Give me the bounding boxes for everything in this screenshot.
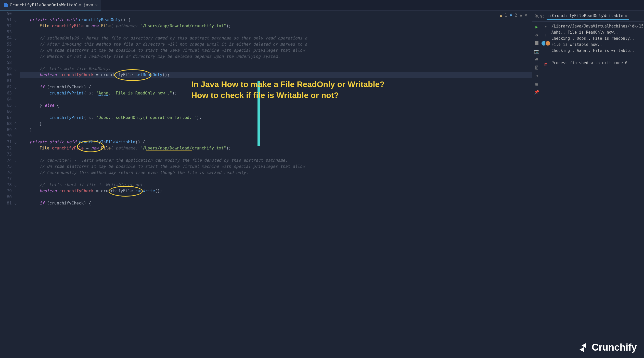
line-number: 57: [0, 53, 12, 60]
run-toolbar-right: ↑ ↓ 🗑: [541, 22, 550, 358]
layout-icon[interactable]: ▦: [534, 81, 539, 86]
exit-icon[interactable]: ⎋: [534, 73, 539, 78]
fold-marker[interactable]: [14, 41, 20, 47]
avatar-icon: [545, 40, 551, 46]
fold-marker[interactable]: [14, 108, 20, 115]
line-number: 56: [0, 47, 12, 53]
fold-marker[interactable]: [14, 188, 20, 194]
fold-marker[interactable]: [14, 115, 20, 121]
line-number: 77: [0, 176, 12, 182]
line-number: 67: [0, 115, 12, 121]
run-header: Run: ▢ CrunchifyFileReadOnlyWritable ×: [532, 11, 644, 22]
fold-marker[interactable]: [14, 72, 20, 78]
overlay-title: In Java How to make a File ReadOnly or W…: [191, 79, 385, 101]
fold-marker[interactable]: [14, 60, 20, 66]
editor-tab[interactable]: CrunchifyFileReadOnlyWritable.java ×: [0, 0, 101, 10]
fold-marker[interactable]: [14, 47, 20, 53]
console-line: File is writable now..: [551, 42, 643, 48]
console-output[interactable]: /Library/Java/JavaVirtualMachines/jdk-15…: [550, 22, 644, 358]
line-number: 78: [0, 182, 12, 188]
overlay-line1: In Java How to make a File ReadOnly or W…: [191, 79, 385, 90]
code-line: }: [20, 127, 532, 133]
code-line: // setReadOnly90 - Marks the file or dir…: [20, 35, 532, 41]
fold-marker[interactable]: [14, 133, 20, 139]
highlight-underline: [146, 150, 192, 150]
fold-marker[interactable]: [14, 96, 20, 102]
stop-icon[interactable]: [534, 40, 539, 46]
fold-marker[interactable]: ⌄: [14, 200, 20, 206]
trash-icon[interactable]: 🗑: [543, 62, 548, 67]
fold-marker[interactable]: [14, 194, 20, 200]
code-line: } else {: [20, 102, 532, 108]
line-number: 80: [0, 194, 12, 200]
fold-marker[interactable]: [14, 90, 20, 96]
line-number: 79: [0, 188, 12, 194]
inspection-widget[interactable]: ▲1 A2 ∧ ∨: [500, 13, 527, 18]
fold-marker[interactable]: ⌄: [14, 66, 20, 72]
printer-icon[interactable]: 🖶: [534, 57, 539, 62]
code-line: [20, 60, 532, 66]
code-line: // Let's check if file is Writable or no…: [20, 182, 532, 188]
fold-marker[interactable]: [14, 29, 20, 35]
fold-marker[interactable]: [14, 78, 20, 84]
fold-marker[interactable]: ⌄: [14, 139, 20, 145]
camera-icon[interactable]: 📷: [534, 49, 539, 54]
fold-marker[interactable]: ⌄: [14, 102, 20, 108]
typo-count: 2: [515, 13, 517, 18]
code-line: [20, 11, 532, 17]
tab-filename: CrunchifyFileReadOnlyWritable.java: [10, 3, 93, 7]
code-area[interactable]: private static void crunchifyReadOnly() …: [20, 11, 532, 358]
rerun-icon[interactable]: ▶: [534, 24, 539, 29]
code-line: private static void crunchifyReadOnly() …: [20, 17, 532, 23]
code-line: [20, 133, 532, 139]
line-number: 52: [0, 23, 12, 29]
line-number: 59: [0, 66, 12, 72]
line-number: 62: [0, 84, 12, 90]
typo-icon: A: [510, 13, 512, 18]
avatar-stack: [541, 40, 551, 46]
code-line: [20, 151, 532, 157]
console-line: [551, 54, 643, 60]
line-number: 66: [0, 108, 12, 115]
gear-icon[interactable]: ⚙: [534, 32, 539, 37]
console-line: Checking.. Aaha.. File is writable..: [551, 48, 643, 54]
close-icon[interactable]: ×: [95, 3, 98, 7]
code-line: }: [20, 121, 532, 127]
next-highlight-icon[interactable]: ∨: [525, 13, 527, 18]
run-label: Run:: [535, 14, 545, 19]
line-number: 60: [0, 72, 12, 78]
line-number: 53: [0, 29, 12, 35]
fold-marker[interactable]: [14, 176, 20, 182]
fold-marker[interactable]: ⌄: [14, 182, 20, 188]
line-number: 51: [0, 17, 12, 23]
logo-text: Crunchify: [592, 342, 637, 353]
run-toolbar-left: ▶ ⚙ 📷 🖶 ⍰ ⎋ ▦ 📌: [532, 22, 541, 358]
prev-highlight-icon[interactable]: ∧: [520, 13, 522, 18]
fold-marker[interactable]: [14, 23, 20, 29]
fold-marker[interactable]: ⌄: [14, 157, 20, 163]
fold-marker[interactable]: [14, 53, 20, 60]
fold-marker[interactable]: ⌄: [14, 84, 20, 90]
down-arrow-icon[interactable]: ↓: [543, 32, 548, 37]
run-window-icon: ▢: [548, 13, 551, 18]
fold-marker[interactable]: [14, 163, 20, 170]
fold-marker[interactable]: ⌄: [14, 35, 20, 41]
tab-bar: CrunchifyFileReadOnlyWritable.java ×: [0, 0, 644, 11]
fold-marker[interactable]: [14, 151, 20, 157]
code-line: boolean crunchifyCheck = crunchifyFile.s…: [20, 72, 532, 78]
run-config-tab[interactable]: ▢ CrunchifyFileReadOnlyWritable ×: [547, 12, 629, 20]
up-arrow-icon[interactable]: ↑: [543, 24, 548, 29]
pin-icon[interactable]: 📌: [534, 89, 539, 94]
fold-marker[interactable]: ⌄: [14, 17, 20, 23]
fold-marker[interactable]: ⌃: [14, 121, 20, 127]
code-line: [20, 194, 532, 200]
line-number: 71: [0, 139, 12, 145]
fold-marker[interactable]: [14, 170, 20, 176]
android-icon[interactable]: ⍰: [534, 65, 539, 70]
close-icon[interactable]: ×: [625, 13, 627, 18]
code-line: // canWrite() - Tests whether the applic…: [20, 157, 532, 163]
line-number: 74: [0, 157, 12, 163]
fold-marker[interactable]: [14, 145, 20, 151]
fold-marker[interactable]: ⌃: [14, 127, 20, 133]
fold-marker[interactable]: [14, 11, 20, 17]
